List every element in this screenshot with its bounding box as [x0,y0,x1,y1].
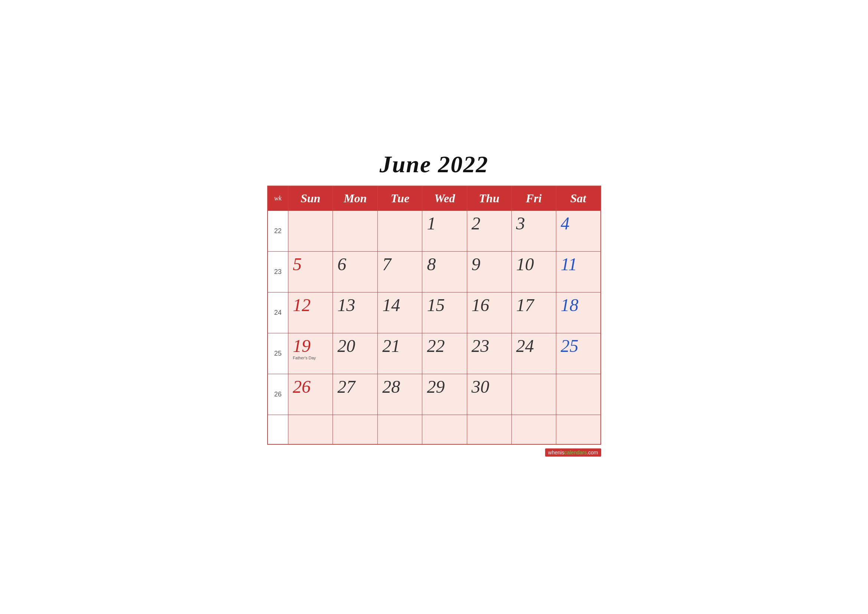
day-cell: 18 [556,292,600,333]
week-number [268,415,288,444]
day-cell: 2 [467,211,512,251]
day-number: 29 [427,378,462,396]
day-number: 26 [293,378,328,396]
week-number: 23 [268,251,288,292]
header-sun: Sun [288,186,333,211]
day-cell: 13 [333,292,378,333]
day-cell [556,374,600,415]
day-cell: 24 [512,333,556,374]
day-cell: 21 [378,333,422,374]
day-cell: 11 [556,251,600,292]
header-mon: Mon [333,186,378,211]
day-cell [512,415,556,444]
week-number: 24 [268,292,288,333]
watermark-text2: calendars [564,450,587,456]
day-cell: 6 [333,251,378,292]
day-cell [512,374,556,415]
day-cell [333,415,378,444]
week-row: 2519Father's Day202122232425 [268,333,601,374]
week-number: 26 [268,374,288,415]
week-row: 23567891011 [268,251,601,292]
week-row: 2412131415161718 [268,292,601,333]
day-number: 19 [293,337,328,355]
week-row [268,415,601,444]
day-cell [288,415,333,444]
wk-header: wk [268,186,288,211]
header-tue: Tue [378,186,422,211]
day-cell [467,415,512,444]
day-number: 1 [427,215,462,233]
calendar-title: June 2022 [267,151,601,178]
header-wed: Wed [422,186,467,211]
day-number: 25 [561,337,596,355]
day-cell: 16 [467,292,512,333]
day-event: Father's Day [293,356,328,360]
day-cell: 23 [467,333,512,374]
watermark-text1: whenis [548,450,564,456]
day-number: 2 [472,215,507,233]
day-cell: 1 [422,211,467,251]
day-number: 28 [382,378,417,396]
watermark: wheniscalendars.com [267,449,601,456]
day-cell [378,415,422,444]
week-row: 262627282930 [268,374,601,415]
day-cell: 25 [556,333,600,374]
day-number: 4 [561,215,596,233]
day-number: 27 [337,378,373,396]
day-cell [556,415,600,444]
day-number: 15 [427,296,462,314]
day-number: 12 [293,296,328,314]
day-cell: 5 [288,251,333,292]
day-number: 9 [472,256,507,273]
day-number: 21 [382,337,417,355]
day-cell [288,211,333,251]
day-cell: 28 [378,374,422,415]
day-cell [422,415,467,444]
day-cell: 30 [467,374,512,415]
day-cell: 9 [467,251,512,292]
day-cell [333,211,378,251]
day-number: 11 [561,256,596,273]
day-number: 14 [382,296,417,314]
day-number: 10 [516,256,552,273]
day-number: 13 [337,296,373,314]
day-cell: 3 [512,211,556,251]
day-cell: 29 [422,374,467,415]
day-cell: 8 [422,251,467,292]
watermark-link[interactable]: wheniscalendars.com [545,448,601,457]
header-thu: Thu [467,186,512,211]
day-number: 5 [293,256,328,273]
day-number: 17 [516,296,552,314]
day-number: 20 [337,337,373,355]
week-row: 221234 [268,211,601,251]
calendar-container: June 2022 wk Sun Mon Tue Wed Thu Fri Sat… [256,143,612,471]
day-cell: 15 [422,292,467,333]
day-cell: 10 [512,251,556,292]
day-cell: 22 [422,333,467,374]
day-number: 6 [337,256,373,273]
day-number: 30 [472,378,507,396]
day-number: 8 [427,256,462,273]
day-cell: 7 [378,251,422,292]
day-cell [378,211,422,251]
header-fri: Fri [512,186,556,211]
header-row: wk Sun Mon Tue Wed Thu Fri Sat [268,186,601,211]
day-cell: 4 [556,211,600,251]
week-number: 22 [268,211,288,251]
day-cell: 12 [288,292,333,333]
watermark-text3: .com [587,450,598,456]
day-number: 18 [561,296,596,314]
day-number: 23 [472,337,507,355]
calendar-table: wk Sun Mon Tue Wed Thu Fri Sat 221234235… [267,186,601,445]
day-cell: 26 [288,374,333,415]
day-cell: 19Father's Day [288,333,333,374]
header-sat: Sat [556,186,600,211]
day-cell: 20 [333,333,378,374]
day-number: 16 [472,296,507,314]
day-number: 22 [427,337,462,355]
day-number: 7 [382,256,417,273]
day-number: 3 [516,215,552,233]
day-cell: 14 [378,292,422,333]
week-number: 25 [268,333,288,374]
day-cell: 27 [333,374,378,415]
